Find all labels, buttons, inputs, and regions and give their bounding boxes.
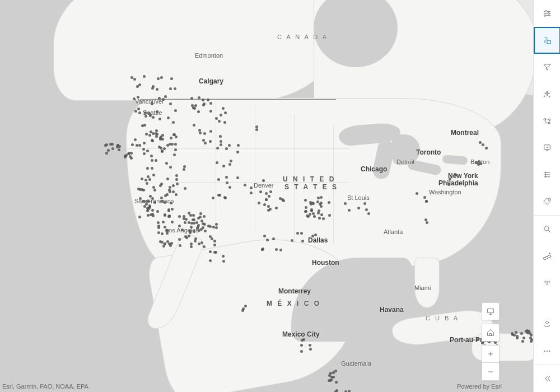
collapse-button[interactable] [534,365,560,392]
zoom-out-button[interactable] [482,363,500,381]
filter-button[interactable] [534,54,560,81]
data-point [334,390,337,392]
cluster-button[interactable] [534,108,560,134]
data-point [152,132,155,135]
measure-button[interactable] [534,242,560,269]
svg-point-31 [549,253,550,254]
data-point [302,338,305,341]
data-point [159,137,162,139]
search-button[interactable] [534,216,560,242]
svg-point-38 [549,350,550,351]
svg-point-36 [544,350,545,351]
rotate-button[interactable] [534,311,560,338]
data-point [141,124,144,127]
basemap-button[interactable] [534,27,560,54]
data-point [455,174,458,176]
data-point [153,201,156,204]
data-point [266,239,269,241]
data-point [197,226,199,228]
data-point [202,104,205,106]
data-point [255,128,258,131]
data-point [157,231,160,234]
fields-button[interactable] [534,161,560,188]
data-point [209,140,212,143]
data-point [477,338,479,341]
data-point [168,215,171,218]
data-point [150,155,153,157]
configure-button[interactable] [534,0,560,27]
popup-icon [542,143,552,153]
data-point [105,152,108,155]
data-point [105,143,108,146]
data-point [244,184,246,186]
data-point [156,210,159,213]
data-point [133,78,136,81]
data-point [449,178,451,180]
svg-rect-28 [543,255,551,260]
data-point [272,237,275,240]
coords-button[interactable] [534,269,560,296]
data-point [200,241,203,244]
more-button[interactable] [534,338,560,365]
data-point [170,77,173,80]
data-point [156,133,158,136]
data-point [162,98,165,101]
cluster-icon [542,116,552,126]
data-point [171,208,174,211]
data-point [151,102,153,105]
svg-point-25 [548,199,549,200]
data-point [511,333,514,336]
data-point [118,145,121,148]
data-point [425,200,428,203]
basemap-icon [542,35,552,45]
data-point [143,152,146,155]
data-point [304,210,307,213]
labels-button[interactable] [534,188,560,215]
data-point [416,192,418,195]
tag-icon [542,197,552,207]
data-point [204,142,207,144]
data-point [202,222,204,225]
data-point [147,175,150,178]
data-point [447,183,450,186]
svg-point-37 [547,350,548,351]
data-point [162,245,165,248]
data-point [335,381,338,384]
home-button[interactable] [482,324,500,342]
data-point [178,225,181,227]
data-point [171,221,174,223]
data-point [144,115,147,118]
data-point [169,166,172,169]
data-point [190,226,193,228]
data-point [194,104,197,107]
data-point [237,144,240,147]
effects-button[interactable] [534,81,560,108]
data-point [130,157,133,160]
data-point [137,188,140,190]
data-point [131,143,134,146]
side-toolbar [533,0,560,392]
data-point [300,232,303,235]
data-point [163,147,166,150]
data-point [202,99,204,101]
data-point [164,194,167,197]
data-point [151,159,153,162]
map-canvas[interactable]: C A N A D A Edmonton Calgary Vancouver S… [0,0,533,392]
collapse-icon [542,374,552,384]
popup-button[interactable] [534,134,560,161]
view-2d-button[interactable] [482,302,500,320]
data-point [198,96,200,99]
data-point [167,208,170,211]
zoom-in-button[interactable] [482,345,500,363]
data-point [209,130,212,133]
data-point [175,174,178,177]
data-point [111,143,114,146]
data-point [164,95,167,98]
data-point [152,174,155,176]
data-point [426,221,428,224]
measure-icon [542,251,552,261]
data-point [230,160,232,162]
data-point [300,350,303,353]
data-point [190,245,193,248]
powered-by-label: Powered by Esri [457,383,502,390]
